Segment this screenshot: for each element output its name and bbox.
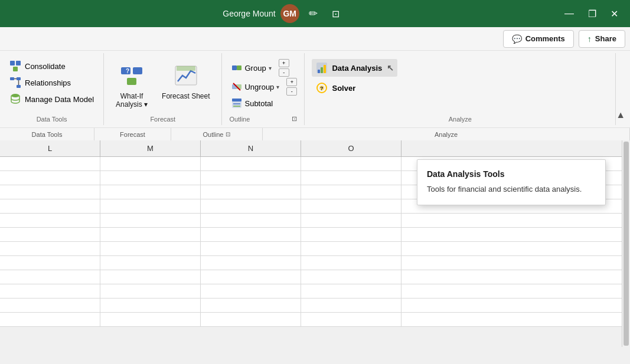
solver-button[interactable]: ? Solver	[312, 79, 359, 97]
svg-rect-27	[324, 65, 326, 73]
cell[interactable]	[100, 284, 201, 298]
cell[interactable]	[201, 199, 301, 213]
cell[interactable]	[0, 313, 100, 326]
table-row	[0, 270, 630, 284]
ungroup-button[interactable]: Ungroup ▾	[229, 80, 282, 93]
cell[interactable]	[201, 284, 301, 298]
consolidate-button[interactable]: Consolidate	[7, 59, 68, 73]
share-button[interactable]: ↑ Share	[579, 30, 625, 48]
minimize-button[interactable]: —	[560, 6, 579, 21]
outline-level-up[interactable]: +	[279, 59, 289, 67]
cell[interactable]	[0, 284, 100, 298]
group-icon	[231, 63, 242, 73]
cell[interactable]	[301, 313, 401, 326]
cell[interactable]	[0, 171, 100, 185]
cell[interactable]	[100, 228, 201, 241]
solver-label: Solver	[332, 84, 355, 93]
cell[interactable]	[201, 185, 301, 199]
cell[interactable]	[401, 270, 630, 284]
cell[interactable]	[0, 199, 100, 213]
col-header-n: N	[201, 140, 301, 156]
cell[interactable]	[0, 228, 100, 241]
cell[interactable]	[100, 256, 201, 270]
outline-label: Outline	[229, 114, 250, 125]
cell[interactable]	[100, 157, 201, 170]
close-button[interactable]: ✕	[606, 6, 623, 22]
cell[interactable]	[100, 199, 201, 213]
manage-data-model-button[interactable]: Manage Data Model	[7, 92, 96, 106]
restore-window-button[interactable]: ⊡	[327, 6, 344, 22]
cell[interactable]	[201, 171, 301, 185]
cell[interactable]	[201, 228, 301, 241]
data-analysis-button[interactable]: Data Analysis ↖	[312, 59, 397, 77]
cell[interactable]	[301, 157, 401, 170]
cell[interactable]	[0, 214, 100, 227]
outline-level-down[interactable]: -	[279, 68, 289, 77]
comments-button[interactable]: 💬 Comments	[503, 30, 574, 48]
cell[interactable]	[401, 313, 630, 326]
ribbon-labels-bar: Data Tools Forecast Outline ⊡ Analyze	[0, 127, 630, 140]
cell[interactable]	[201, 214, 301, 227]
cell[interactable]	[401, 214, 630, 227]
cell[interactable]	[301, 185, 401, 199]
tooltip-body: Tools for financial and scientific data …	[427, 183, 596, 195]
outline-section-label: Outline ⊡	[171, 128, 263, 140]
cell[interactable]	[100, 299, 201, 312]
cell[interactable]	[401, 284, 630, 298]
cell[interactable]	[0, 270, 100, 284]
data-tools-label: Data Tools	[37, 114, 67, 125]
cell[interactable]	[401, 299, 630, 312]
cell[interactable]	[0, 185, 100, 199]
cell[interactable]	[0, 242, 100, 255]
outline-row-up[interactable]: +	[286, 78, 297, 86]
cell[interactable]	[0, 157, 100, 170]
cell[interactable]	[201, 256, 301, 270]
cell[interactable]	[301, 299, 401, 312]
cell[interactable]	[201, 157, 301, 170]
cell[interactable]	[0, 299, 100, 312]
cell[interactable]	[301, 256, 401, 270]
relationships-button[interactable]: Relationships	[7, 76, 73, 90]
tooltip-title: Data Analysis Tools	[427, 169, 596, 179]
cell[interactable]	[100, 214, 201, 227]
cell[interactable]	[301, 199, 401, 213]
outline-row-down[interactable]: -	[286, 87, 297, 96]
svg-rect-14	[177, 66, 195, 71]
cell[interactable]	[301, 228, 401, 241]
table-row	[0, 313, 630, 327]
vertical-scrollbar[interactable]	[622, 140, 630, 347]
scroll-thumb[interactable]	[624, 142, 629, 346]
ribbon-collapse-button[interactable]: ▲	[616, 53, 630, 125]
cell[interactable]	[201, 313, 301, 326]
forecast-sheet-button[interactable]: Forecast Sheet	[157, 59, 214, 103]
cell[interactable]	[0, 256, 100, 270]
col-header-extra	[401, 140, 630, 156]
cell[interactable]	[201, 270, 301, 284]
maximize-button[interactable]: ❐	[583, 6, 601, 22]
analyze-group: Data Analysis ↖ ? Solver Analyze	[305, 53, 616, 125]
draw-button[interactable]: ✏	[304, 5, 322, 22]
cell[interactable]	[301, 171, 401, 185]
cell[interactable]	[301, 270, 401, 284]
cell[interactable]	[100, 270, 201, 284]
cell[interactable]	[100, 171, 201, 185]
cell[interactable]	[301, 242, 401, 255]
cell[interactable]	[401, 242, 630, 255]
manage-data-model-label: Manage Data Model	[25, 95, 94, 104]
cell[interactable]	[201, 299, 301, 312]
what-if-analysis-button[interactable]: ? What-IfAnalysis ▾	[111, 59, 152, 112]
group-button[interactable]: Group ▾	[229, 61, 273, 74]
outline-dialog-launcher[interactable]: ⊡	[292, 115, 297, 123]
share-icon: ↑	[587, 34, 592, 44]
cell[interactable]	[100, 242, 201, 255]
table-row	[0, 256, 630, 270]
cell[interactable]	[100, 185, 201, 199]
cell[interactable]	[401, 256, 630, 270]
cell[interactable]	[301, 284, 401, 298]
cell[interactable]	[201, 242, 301, 255]
cell[interactable]	[301, 214, 401, 227]
cell[interactable]	[100, 313, 201, 326]
subtotal-button[interactable]: Subtotal	[229, 97, 275, 110]
svg-rect-25	[318, 70, 320, 73]
cell[interactable]	[401, 228, 630, 241]
